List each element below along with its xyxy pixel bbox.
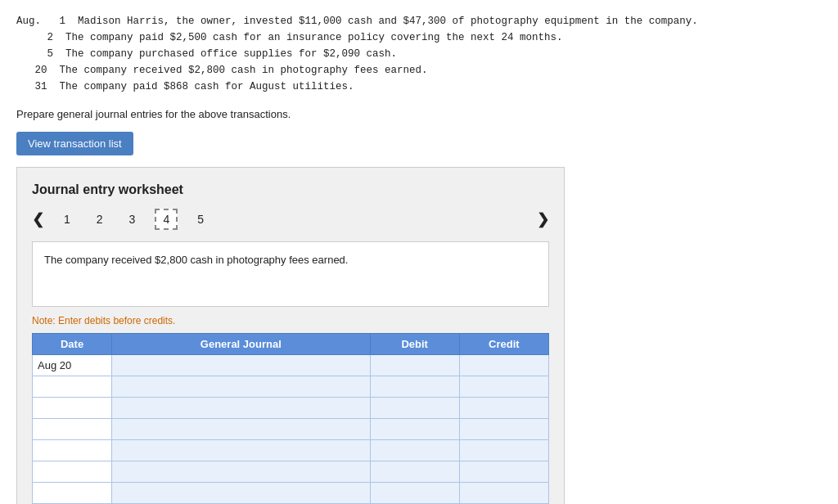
credit-input-6[interactable] <box>465 466 543 478</box>
table-row <box>33 398 549 419</box>
date-cell-2 <box>33 376 112 398</box>
credit-input-1[interactable] <box>465 359 543 371</box>
gj-input-7[interactable] <box>117 487 365 499</box>
nav-row: ❮ 1 2 3 4 5 ❯ <box>32 209 549 230</box>
table-row <box>33 461 549 483</box>
table-row: Aug 20 <box>33 355 549 376</box>
credit-input-5[interactable] <box>465 444 543 457</box>
debit-input-4[interactable] <box>376 423 454 435</box>
gj-cell-5[interactable] <box>112 440 371 461</box>
debit-input-2[interactable] <box>376 380 454 393</box>
transactions-month: Aug. <box>16 16 41 27</box>
debit-cell-4[interactable] <box>370 419 459 440</box>
credit-cell-4[interactable] <box>459 419 548 440</box>
tab-4[interactable]: 4 <box>155 209 178 230</box>
debit-cell-3[interactable] <box>370 398 459 419</box>
gj-input-1[interactable] <box>117 359 365 371</box>
gj-cell-4[interactable] <box>112 419 371 440</box>
credit-cell-5[interactable] <box>459 440 548 461</box>
journal-table: Date General Journal Debit Credit Aug 20 <box>32 333 549 504</box>
date-cell-1: Aug 20 <box>33 355 112 376</box>
debit-cell-7[interactable] <box>370 483 459 504</box>
gj-input-5[interactable] <box>117 444 365 457</box>
debit-cell-5[interactable] <box>370 440 459 461</box>
tab-1[interactable]: 1 <box>57 210 77 228</box>
credit-input-7[interactable] <box>465 487 543 499</box>
debit-input-5[interactable] <box>376 444 454 457</box>
credit-cell-1[interactable] <box>459 355 548 376</box>
credit-input-3[interactable] <box>465 402 543 414</box>
debit-cell-2[interactable] <box>370 376 459 398</box>
debit-input-7[interactable] <box>376 487 454 499</box>
debit-input-3[interactable] <box>376 402 454 414</box>
description-box: The company received $2,800 cash in phot… <box>32 241 549 307</box>
view-transaction-button[interactable]: View transaction list <box>16 132 133 155</box>
header-debit: Debit <box>370 334 459 355</box>
transaction-line-1: 1 Madison Harris, the owner, invested $1… <box>47 16 698 27</box>
table-row <box>33 419 549 440</box>
gj-cell-1[interactable] <box>112 355 371 376</box>
transaction-line-2: 2 The company paid $2,500 cash for an in… <box>16 32 563 43</box>
gj-cell-6[interactable] <box>112 461 371 483</box>
debit-input-6[interactable] <box>376 466 454 478</box>
gj-cell-2[interactable] <box>112 376 371 398</box>
gj-input-3[interactable] <box>117 402 365 414</box>
table-row <box>33 440 549 461</box>
transaction-line-5: 31 The company paid $868 cash for August… <box>16 81 354 92</box>
credit-cell-3[interactable] <box>459 398 548 419</box>
gj-input-4[interactable] <box>117 423 365 435</box>
tab-5[interactable]: 5 <box>191 210 210 228</box>
tab-2[interactable]: 2 <box>90 210 110 228</box>
credit-cell-7[interactable] <box>459 483 548 504</box>
prepare-text: Prepare general journal entries for the … <box>16 108 822 120</box>
worksheet-container: Journal entry worksheet ❮ 1 2 3 4 5 ❯ Th… <box>16 167 565 504</box>
gj-cell-3[interactable] <box>112 398 371 419</box>
credit-cell-2[interactable] <box>459 376 548 398</box>
debit-cell-6[interactable] <box>370 461 459 483</box>
gj-input-2[interactable] <box>117 380 365 393</box>
credit-cell-6[interactable] <box>459 461 548 483</box>
debit-input-1[interactable] <box>376 359 454 371</box>
prev-arrow[interactable]: ❮ <box>32 210 44 228</box>
date-cell-5 <box>33 440 112 461</box>
next-arrow[interactable]: ❯ <box>537 210 549 228</box>
header-date: Date <box>33 334 112 355</box>
gj-cell-7[interactable] <box>112 483 371 504</box>
gj-input-6[interactable] <box>117 466 365 478</box>
date-cell-3 <box>33 398 112 419</box>
date-cell-6 <box>33 461 112 483</box>
worksheet-title: Journal entry worksheet <box>32 182 549 197</box>
header-credit: Credit <box>459 334 548 355</box>
transaction-line-4: 20 The company received $2,800 cash in p… <box>16 65 428 76</box>
table-row <box>33 483 549 504</box>
credit-input-4[interactable] <box>465 423 543 435</box>
debit-cell-1[interactable] <box>370 355 459 376</box>
credit-input-2[interactable] <box>465 380 543 393</box>
note-text: Note: Enter debits before credits. <box>32 315 549 326</box>
header-gj: General Journal <box>112 334 371 355</box>
transaction-line-3: 5 The company purchased office supplies … <box>16 48 397 60</box>
table-row <box>33 376 549 398</box>
transactions-block: Aug. 1 Madison Harris, the owner, invest… <box>16 13 822 95</box>
date-cell-4 <box>33 419 112 440</box>
tab-3[interactable]: 3 <box>123 210 142 228</box>
date-cell-7 <box>33 483 112 504</box>
